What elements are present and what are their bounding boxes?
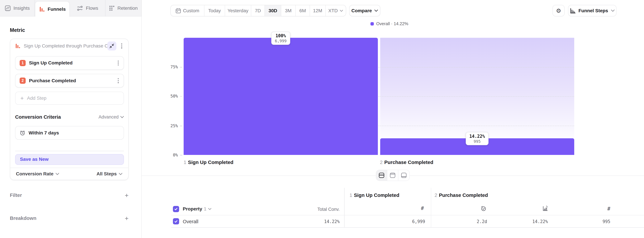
step-1-label: Sign Up Completed (29, 60, 116, 66)
range-today[interactable]: Today (204, 5, 225, 16)
tab-funnels[interactable]: Funnels (35, 1, 70, 17)
conversion-rate-dropdown[interactable]: Conversion Rate (16, 171, 59, 177)
range-xtd-dropdown[interactable]: XTD (326, 5, 346, 16)
metric-menu-button[interactable] (119, 43, 124, 49)
range-12m[interactable]: 12M (310, 5, 326, 16)
split-view-icon (379, 173, 384, 178)
layout-table-button[interactable] (398, 170, 410, 180)
x-label-step-2: 2Purchase Completed (380, 159, 433, 165)
range-yesterday[interactable]: Yesterday (225, 5, 252, 16)
x-label-step-1-num: 1 (184, 159, 186, 165)
funnel-step-1[interactable]: 1 Sign Up Completed (15, 56, 124, 70)
query-sidebar: Metric Sign Up Completed through Purchas… (0, 17, 142, 238)
chevron-down-icon (56, 173, 59, 175)
table-group-1-name: Sign Up Completed (354, 192, 399, 198)
gear-icon: ⚙ (556, 8, 561, 14)
step-1-menu-button[interactable] (116, 60, 121, 66)
chevron-down-icon (374, 10, 378, 12)
select-all-checkbox[interactable] (173, 206, 179, 212)
x-label-step-2-num: 2 (380, 159, 382, 165)
metric-section-title: Metric (10, 27, 25, 33)
x-label-step-1-name: Sign Up Completed (188, 159, 234, 165)
add-step-label: Add Step (27, 96, 46, 101)
step-2-badge: 2 (20, 78, 26, 84)
collapse-metric-button[interactable] (107, 42, 116, 51)
legend-overall[interactable]: Overall · 14.22% (370, 21, 408, 26)
alarm-clock-icon (20, 130, 25, 136)
conversion-rate-label: Conversion Rate (16, 171, 54, 177)
legend-label: Overall · 14.22% (376, 21, 408, 26)
y-tick-50: 50% (160, 94, 178, 99)
property-dropdown[interactable]: Property 1 (183, 206, 212, 212)
overall-row-checkbox[interactable] (173, 218, 179, 224)
tab-retention-label: Retention (118, 6, 138, 11)
filter-section: Filter + (10, 192, 129, 198)
funnel-metric-icon (15, 43, 20, 49)
layout-split-button[interactable] (376, 170, 387, 180)
add-breakdown-button[interactable]: + (125, 215, 129, 221)
save-as-new-button[interactable]: Save as New (15, 154, 124, 165)
tab-insights[interactable]: Insights (0, 0, 35, 17)
all-steps-dropdown[interactable]: All Steps (96, 171, 122, 177)
bar-converted (184, 38, 378, 155)
step-2-label: Purchase Completed (29, 78, 116, 83)
bar-chart-icon (570, 8, 576, 14)
table-group-1-num: 1 (350, 192, 352, 198)
tab-retention[interactable]: Retention (106, 0, 142, 17)
flows-icon (77, 5, 83, 11)
range-custom[interactable]: Custom (171, 5, 204, 16)
analysis-tabs: Insights Funnels Flows Retention (0, 0, 142, 17)
range-3m[interactable]: 3M (281, 5, 296, 16)
metric-card-footer: Conversion Rate All Steps (10, 168, 128, 180)
svg-text:%: % (546, 205, 548, 208)
y-tickmark (180, 155, 182, 155)
breakdown-label: Breakdown (10, 215, 36, 221)
overall-row-label: Overall (183, 219, 198, 224)
overall-step2-count: 995 (569, 219, 610, 224)
range-custom-label: Custom (183, 8, 199, 14)
layout-chart-button[interactable] (387, 170, 398, 180)
calendar-icon (176, 8, 181, 14)
advanced-dropdown[interactable]: Advanced (98, 114, 124, 120)
table-group-step-2: 2Purchase Completed (434, 192, 488, 198)
chart-type-dropdown[interactable]: Funnel Steps (568, 5, 616, 17)
x-label-step-2-name: Purchase Completed (384, 159, 433, 165)
chart-settings-button[interactable]: ⚙ (552, 5, 565, 17)
table-view-icon (401, 173, 406, 178)
tab-flows[interactable]: Flows (70, 0, 106, 17)
total-conv-header: Total Conv. (298, 207, 340, 212)
advanced-label: Advanced (98, 114, 119, 120)
table-column-divider (431, 188, 431, 228)
compare-dropdown[interactable]: Compare (349, 5, 380, 17)
bar-count-label: 6,999 (275, 39, 286, 43)
bar-value-chip: 14.22% 995 (466, 132, 488, 145)
property-label: Property (183, 206, 202, 212)
range-30d-selected[interactable]: 30D (265, 5, 281, 16)
tab-flows-label: Flows (86, 6, 98, 11)
count-column-icon: # (598, 206, 610, 212)
overall-total-conv: 14.22% (298, 219, 340, 224)
add-step-button[interactable]: + Add Step (15, 92, 124, 105)
legend-swatch (370, 22, 374, 26)
add-filter-button[interactable]: + (125, 192, 129, 198)
funnel-bar-step-1[interactable]: 100% 6,999 (184, 38, 378, 155)
conversion-window-button[interactable]: Within 7 days (15, 126, 124, 140)
range-6m[interactable]: 6M (296, 5, 310, 16)
metric-card-header: Sign Up Completed through Purchase C... (10, 39, 128, 53)
table-row-border (171, 227, 644, 227)
overall-conv-rate: 14.22% (507, 219, 548, 224)
overall-step1-count: 6,999 (384, 219, 425, 224)
chevron-down-icon (119, 173, 122, 175)
tab-funnels-label: Funnels (48, 7, 66, 12)
funnel-step-2[interactable]: 2 Purchase Completed (15, 74, 124, 87)
step-1-badge: 1 (20, 60, 26, 66)
conversion-criteria-row: Conversion Criteria Advanced (15, 114, 124, 120)
chart-panel: Custom Today Yesterday 7D 30D 3M 6M 12M … (142, 0, 644, 238)
chart-view-icon (390, 173, 395, 178)
tab-insights-label: Insights (14, 6, 30, 11)
conv-rate-column-icon: % (542, 205, 549, 212)
bar-value-chip: 100% 6,999 (271, 32, 290, 45)
range-7d[interactable]: 7D (251, 5, 265, 16)
all-steps-label: All Steps (96, 171, 116, 177)
step-2-menu-button[interactable] (116, 77, 121, 84)
